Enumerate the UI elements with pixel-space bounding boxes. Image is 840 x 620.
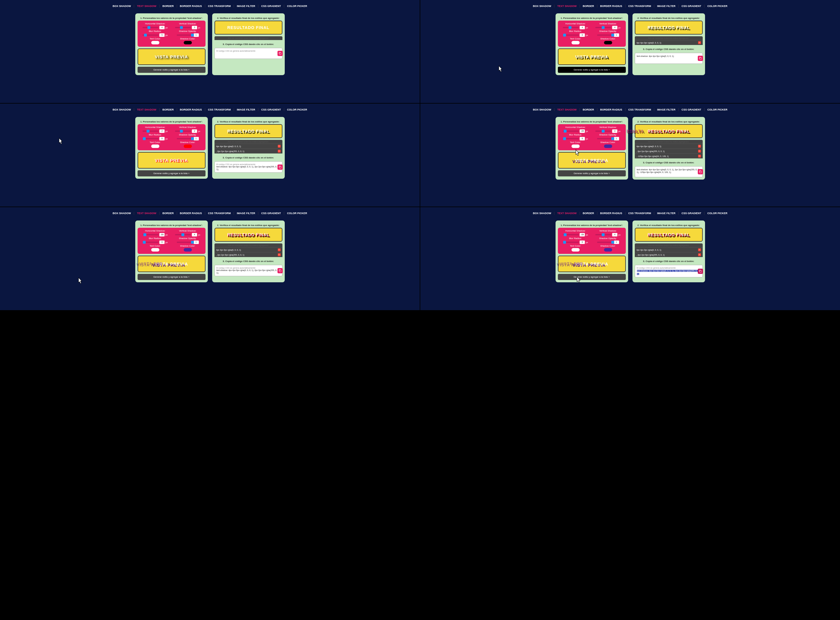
nav-item[interactable]: CSS TRANSFORM (205, 5, 234, 8)
nav-item[interactable]: BOX SHADOW (530, 212, 554, 215)
nav-item[interactable]: IMAGE FILTER (234, 108, 258, 111)
nav-item[interactable]: CSS TRANSFORM (205, 212, 234, 215)
nav-item[interactable]: TEXT SHADOW (134, 212, 160, 215)
nav-item[interactable]: TEXT SHADOW (134, 5, 160, 8)
nav-item[interactable]: TEXT SHADOW (554, 108, 580, 111)
nav-item[interactable]: BOX SHADOW (110, 108, 134, 111)
o-value[interactable]: 1 (194, 33, 199, 37)
generate-button[interactable]: Generar estilo y agregar a la lista + (558, 274, 626, 280)
o-value[interactable]: 1 (614, 33, 619, 37)
nav-item[interactable]: CSS GRADIENT (258, 108, 284, 111)
v-value[interactable]: 4 (612, 233, 617, 236)
delete-button[interactable]: × (278, 150, 281, 153)
o-slider[interactable] (597, 35, 613, 36)
nav-item[interactable]: BORDER RADIUS (597, 5, 626, 8)
h-value[interactable]: -09 (580, 129, 585, 133)
nav-item[interactable]: IMAGE FILTER (234, 5, 258, 8)
nav-item[interactable]: CSS GRADIENT (679, 108, 704, 111)
o-value[interactable]: 1 (614, 137, 619, 140)
delete-button[interactable]: × (278, 248, 281, 251)
delete-button[interactable]: × (698, 253, 701, 256)
b-slider[interactable] (143, 35, 158, 36)
v-value[interactable]: 4 (612, 26, 617, 29)
nav-item[interactable]: TEXT SHADOW (554, 212, 580, 215)
code-output[interactable]: El código CSS se genera automáticamente: (214, 48, 282, 59)
h-slider[interactable] (563, 131, 579, 132)
code-output[interactable]: El código CSS se genera automáticamente:… (635, 265, 703, 277)
nav-item[interactable]: CSS GRADIENT (679, 5, 704, 8)
o-slider[interactable] (177, 242, 193, 243)
h-slider[interactable] (563, 27, 579, 28)
shadow-color-swatch[interactable] (604, 248, 612, 251)
code-output[interactable]: El código CSS se genera automáticamente:… (214, 161, 282, 173)
h-value[interactable]: -09 (159, 233, 164, 236)
nav-item[interactable]: BORDER RADIUS (177, 108, 205, 111)
nav-item[interactable]: TEXT SHADOW (554, 5, 580, 8)
h-slider[interactable] (143, 27, 158, 28)
nav-item[interactable]: COLOR PICKER (284, 212, 310, 215)
copy-button[interactable] (277, 51, 283, 56)
nav-item[interactable]: BORDER (580, 108, 597, 111)
delete-button[interactable]: × (698, 155, 701, 158)
delete-button[interactable]: × (698, 248, 701, 251)
h-value[interactable]: 2 (159, 129, 164, 133)
nav-item[interactable]: COLOR PICKER (704, 5, 730, 8)
text-color-swatch[interactable] (151, 248, 159, 251)
h-slider[interactable] (143, 234, 158, 235)
v-slider[interactable] (175, 131, 191, 132)
delete-button[interactable]: × (278, 145, 281, 147)
nav-item[interactable]: BORDER RADIUS (597, 108, 626, 111)
code-output[interactable]: El código CSS se genera automáticamente:… (214, 265, 282, 276)
h-slider[interactable] (563, 234, 579, 235)
nav-item[interactable]: CSS GRADIENT (258, 212, 284, 215)
v-slider[interactable] (595, 234, 611, 235)
v-value[interactable]: 2 (192, 129, 197, 133)
text-color-swatch[interactable] (572, 41, 580, 44)
nav-item[interactable]: BORDER (580, 212, 597, 215)
b-value[interactable]: 5 (159, 33, 164, 37)
v-value[interactable]: 3 (192, 26, 197, 29)
b-slider[interactable] (563, 138, 579, 139)
delete-button[interactable]: × (698, 41, 701, 44)
v-value[interactable]: 4 (612, 129, 617, 133)
nav-item[interactable]: IMAGE FILTER (654, 212, 679, 215)
nav-item[interactable]: CSS TRANSFORM (626, 212, 655, 215)
nav-item[interactable]: COLOR PICKER (704, 108, 730, 111)
generate-button[interactable]: Generar estilo y agregar a la lista + (137, 67, 205, 73)
nav-item[interactable]: BOX SHADOW (530, 5, 554, 8)
text-color-swatch[interactable] (572, 144, 580, 148)
code-output[interactable]: text-shadow: 4px 4px 0px rgba(0, 0, 0, 1… (635, 166, 703, 177)
shadow-color-swatch[interactable] (604, 144, 612, 148)
v-slider[interactable] (595, 27, 611, 28)
nav-item[interactable]: BOX SHADOW (530, 108, 554, 111)
shadow-color-swatch[interactable] (184, 144, 192, 148)
nav-item[interactable]: CSS GRADIENT (679, 212, 704, 215)
o-value[interactable]: 1 (194, 137, 199, 140)
generate-button[interactable]: Generar estilo y agregar a la lista + (137, 170, 205, 176)
copy-button[interactable] (277, 164, 283, 170)
b-value[interactable]: 0 (159, 137, 164, 140)
v-slider[interactable] (175, 27, 191, 28)
nav-item[interactable]: TEXT SHADOW (134, 108, 160, 111)
delete-button[interactable]: × (278, 253, 281, 256)
o-slider[interactable] (597, 138, 613, 139)
h-slider[interactable] (143, 131, 158, 132)
b-slider[interactable] (563, 35, 579, 36)
delete-button[interactable]: × (698, 150, 701, 153)
code-output[interactable]: text-shadow: 4px 4px 0px rgba(0, 0, 0, 1… (635, 53, 703, 64)
o-value[interactable]: 1 (194, 241, 199, 244)
nav-item[interactable]: IMAGE FILTER (654, 5, 679, 8)
nav-item[interactable]: BORDER RADIUS (177, 212, 205, 215)
text-color-swatch[interactable] (572, 248, 580, 251)
shadow-color-swatch[interactable] (184, 248, 192, 251)
shadow-color-swatch[interactable] (184, 41, 192, 44)
nav-item[interactable]: BORDER RADIUS (177, 5, 205, 8)
nav-item[interactable]: COLOR PICKER (704, 212, 730, 215)
v-slider[interactable] (595, 131, 611, 132)
o-slider[interactable] (597, 242, 613, 243)
o-value[interactable]: 1 (614, 241, 619, 244)
copy-button[interactable] (698, 169, 703, 175)
generate-button[interactable]: Generar estilo y agregar a la lista + (558, 170, 626, 176)
b-value[interactable]: 0 (580, 137, 585, 140)
copy-button[interactable] (698, 56, 703, 61)
